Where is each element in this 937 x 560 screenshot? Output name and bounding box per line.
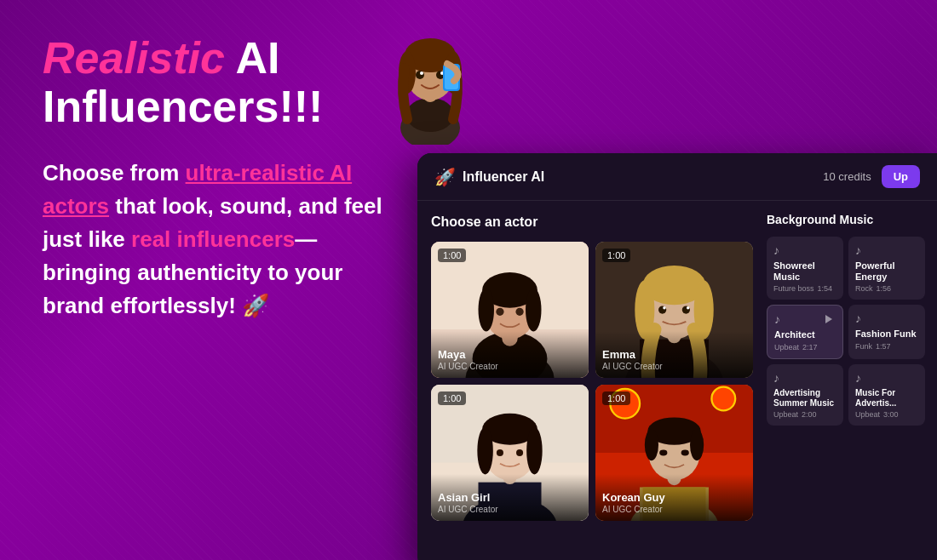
actor-info-asian-girl: Asian Girl AI UGC Creator	[431, 474, 589, 521]
music-note-icon-4: ♪	[855, 311, 918, 325]
actor-name-asian-girl: Asian Girl	[438, 491, 582, 504]
header-right: 10 credits Up	[823, 165, 920, 188]
svg-point-62	[690, 429, 704, 460]
music-meta-showreel: Future boss 1:54	[773, 284, 836, 293]
music-name-showreel: Showreel Music	[773, 260, 836, 283]
app-logo: 🚀 Influencer AI	[434, 167, 544, 187]
app-window: 🚀 Influencer AI 10 credits Up Choose an …	[417, 153, 937, 560]
duration-badge-emma: 1:00	[602, 249, 630, 262]
music-card-summer[interactable]: ♪ Advertising Summer Music Upbeat 2:00	[767, 364, 843, 426]
svg-point-9	[420, 71, 423, 75]
actors-grid: 1:00 Maya AI UGC Creator	[431, 242, 753, 521]
music-meta-summer: Upbeat 2:00	[773, 410, 836, 419]
music-duration-advertis: 3:00	[883, 410, 899, 419]
music-genre-summer: Upbeat	[773, 410, 798, 419]
subtitle-part1: Choose from	[43, 160, 186, 186]
music-duration-powerful: 1:56	[877, 284, 892, 293]
music-section-title: Background Music	[767, 213, 925, 226]
svg-point-61	[645, 429, 658, 460]
music-card-powerful[interactable]: ♪ Powerful Energy Rock 1:56	[848, 237, 925, 300]
svg-point-1	[406, 98, 454, 132]
actor-role-emma: AI UGC Creator	[602, 362, 746, 371]
music-card-fashion[interactable]: ♪ Fashion Funk Funk 1:57	[848, 305, 925, 358]
duration-badge-asian-girl: 1:00	[438, 391, 466, 405]
svg-point-54	[711, 387, 735, 411]
music-note-icon: ♪	[773, 243, 836, 257]
actor-card-korean-guy[interactable]: 1:00 Korean Guy AI UGC Creator	[595, 385, 753, 521]
hero-subtitle: Choose from ultra-realistic AI actors th…	[43, 157, 383, 323]
music-genre-showreel: Future boss	[773, 284, 814, 293]
actor-name-korean-guy: Korean Guy	[602, 491, 746, 504]
actor-card-maya[interactable]: 1:00 Maya AI UGC Creator	[431, 242, 589, 378]
music-duration-fashion: 1:57	[876, 342, 891, 351]
music-name-advertis: Music For Advertis...	[855, 388, 918, 409]
hero-title: Realistic AI Influencers!!!	[43, 34, 383, 131]
svg-point-36	[663, 306, 665, 309]
music-meta-fashion: Funk 1:57	[855, 342, 918, 351]
actor-info-maya: Maya AI UGC Creator	[431, 331, 589, 378]
svg-point-24	[515, 308, 523, 316]
svg-point-48	[497, 449, 503, 456]
music-name-fashion: Fashion Funk	[855, 329, 918, 340]
actors-section-title: Choose an actor	[431, 214, 753, 230]
music-meta-powerful: Rock 1:56	[855, 284, 918, 293]
actor-info-korean-guy: Korean Guy AI UGC Creator	[595, 474, 753, 521]
music-card-showreel[interactable]: ♪ Showreel Music Future boss 1:54	[767, 237, 843, 300]
hero-title-realistic: Realistic	[43, 33, 225, 83]
svg-point-47	[526, 427, 543, 475]
hero-panel: Realistic AI Influencers!!!	[0, 0, 426, 560]
music-meta-advertis: Upbeat 3:00	[855, 410, 918, 419]
duration-badge-korean-guy: 1:00	[602, 391, 630, 405]
music-name-summer: Advertising Summer Music	[773, 388, 836, 409]
svg-point-63	[659, 450, 667, 456]
music-note-icon-5: ♪	[773, 371, 836, 385]
duration-badge-maya: 1:00	[438, 249, 466, 262]
music-meta-architect: Upbeat 2:17	[774, 343, 836, 351]
svg-point-64	[681, 450, 689, 456]
actor-info-emma: Emma AI UGC Creator	[595, 331, 753, 378]
actor-role-asian-girl: AI UGC Creator	[438, 505, 582, 514]
subtitle-highlight2: real influencers	[131, 226, 295, 252]
logo-text: Influencer AI	[463, 169, 544, 185]
music-card-architect[interactable]: ♪ Architect Upbeat 2:17	[767, 305, 843, 358]
music-duration-showreel: 1:54	[818, 284, 833, 293]
music-genre-advertis: Upbeat	[855, 410, 880, 419]
music-grid: ♪ Showreel Music Future boss 1:54 ♪ Powe…	[767, 237, 925, 426]
svg-point-46	[477, 427, 493, 475]
actor-card-asian-girl[interactable]: 1:00 Asian Girl AI UGC Creator	[431, 385, 589, 521]
play-button-architect[interactable]	[822, 312, 836, 326]
credits-badge: 10 credits	[823, 170, 871, 183]
app-body: Choose an actor	[417, 201, 937, 560]
actor-name-emma: Emma	[602, 348, 746, 361]
svg-point-21	[479, 289, 495, 332]
svg-point-37	[687, 306, 689, 309]
ai-character	[383, 17, 494, 153]
actor-role-maya: AI UGC Creator	[438, 362, 582, 371]
actor-name-maya: Maya	[438, 348, 582, 361]
music-name-architect: Architect	[774, 329, 836, 340]
music-note-icon-6: ♪	[855, 371, 918, 385]
app-header: 🚀 Influencer AI 10 credits Up	[417, 153, 937, 201]
actors-section: Choose an actor	[417, 201, 767, 560]
music-genre-architect: Upbeat	[774, 343, 799, 351]
svg-point-22	[526, 289, 542, 332]
music-card-advertis[interactable]: ♪ Music For Advertis... Upbeat 3:00	[848, 364, 925, 426]
music-genre-fashion: Funk	[855, 342, 872, 351]
svg-point-23	[496, 308, 503, 316]
music-genre-powerful: Rock	[855, 284, 873, 293]
upgrade-button[interactable]: Up	[882, 165, 920, 188]
actor-role-korean-guy: AI UGC Creator	[602, 505, 746, 514]
svg-point-49	[516, 449, 523, 456]
music-name-powerful: Powerful Energy	[855, 260, 918, 283]
music-section: Background Music ♪ Showreel Music Future…	[767, 201, 937, 560]
music-note-icon-2: ♪	[855, 243, 918, 257]
actor-card-emma[interactable]: 1:00 Emma AI UGC Creator	[595, 242, 753, 378]
music-duration-summer: 2:00	[802, 410, 817, 419]
svg-point-7	[416, 71, 424, 79]
music-duration-architect: 2:17	[802, 343, 818, 351]
logo-icon: 🚀	[434, 167, 456, 187]
